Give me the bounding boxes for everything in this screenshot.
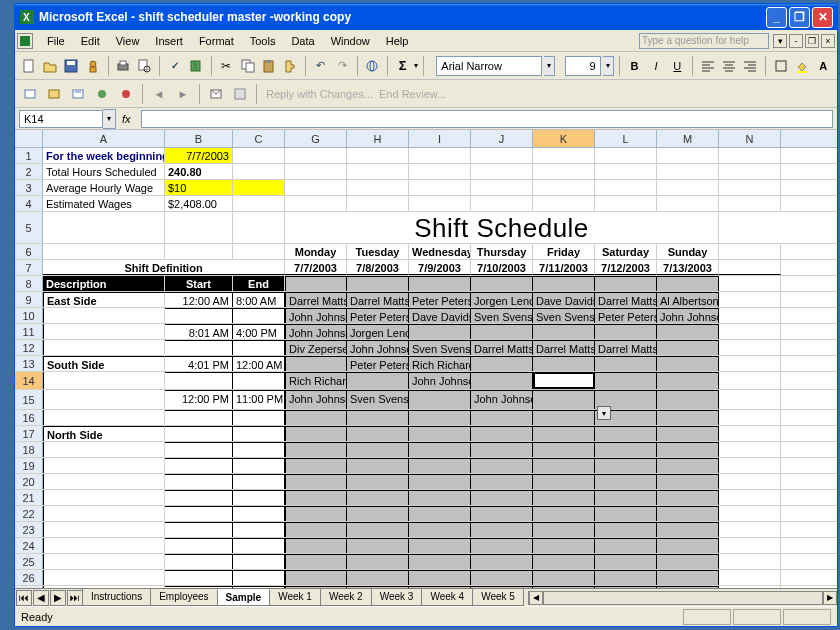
cell[interactable]	[595, 180, 657, 195]
cell[interactable]	[285, 410, 347, 425]
cell[interactable]	[409, 506, 471, 521]
cell[interactable]	[347, 474, 409, 489]
align-center-button[interactable]	[719, 55, 738, 77]
cell[interactable]	[43, 570, 165, 585]
cell[interactable]	[409, 276, 471, 291]
cell[interactable]: John Johnson	[657, 308, 719, 323]
cell[interactable]: John Johnson	[347, 340, 409, 355]
cell[interactable]	[43, 554, 165, 569]
cell[interactable]	[347, 554, 409, 569]
cell[interactable]	[165, 244, 233, 259]
cell[interactable]: Total Hours Scheduled	[43, 164, 165, 179]
cell[interactable]: Al Albertson	[657, 292, 719, 307]
col-header-A[interactable]: A	[43, 130, 165, 147]
cell[interactable]	[409, 196, 471, 211]
col-header-B[interactable]: B	[165, 130, 233, 147]
name-box[interactable]: K14	[19, 110, 103, 128]
cell[interactable]	[595, 522, 657, 537]
cell[interactable]	[533, 426, 595, 441]
cell[interactable]	[285, 426, 347, 441]
cell[interactable]	[657, 148, 719, 163]
col-header-H[interactable]: H	[347, 130, 409, 147]
new-button[interactable]	[19, 55, 38, 77]
cell[interactable]: 4:00 PM	[233, 324, 285, 339]
cell[interactable]	[657, 458, 719, 473]
paste-button[interactable]	[259, 55, 278, 77]
cell[interactable]	[347, 506, 409, 521]
cell[interactable]	[285, 554, 347, 569]
row-header[interactable]: 21	[15, 490, 43, 505]
save-button[interactable]	[62, 55, 81, 77]
row-header[interactable]: 8	[15, 276, 43, 291]
cell[interactable]	[719, 458, 781, 473]
copy-button[interactable]	[238, 55, 257, 77]
cell[interactable]	[233, 538, 285, 553]
cell[interactable]: Dave Davidson	[409, 308, 471, 323]
italic-button[interactable]: I	[646, 55, 665, 77]
row-header[interactable]: 26	[15, 570, 43, 585]
cell[interactable]	[165, 442, 233, 457]
cell[interactable]	[471, 538, 533, 553]
cell[interactable]	[233, 586, 285, 588]
cell[interactable]: Tuesday	[347, 244, 409, 259]
cell[interactable]	[657, 442, 719, 457]
cell[interactable]	[533, 410, 595, 425]
cell[interactable]	[471, 180, 533, 195]
cell[interactable]: Darrel Mattson	[347, 292, 409, 307]
cell[interactable]	[657, 410, 719, 425]
cell[interactable]	[533, 490, 595, 505]
cell[interactable]: South Side	[43, 356, 165, 371]
cell[interactable]	[43, 474, 165, 489]
row-header[interactable]: 27	[15, 586, 43, 588]
cell[interactable]	[595, 276, 657, 291]
cell[interactable]: Sven Svenson	[347, 390, 409, 409]
cell[interactable]	[657, 538, 719, 553]
cell[interactable]: North Side	[43, 426, 165, 441]
cell[interactable]	[595, 164, 657, 179]
cell[interactable]	[595, 196, 657, 211]
row-header[interactable]: 19	[15, 458, 43, 473]
tab-employees[interactable]: Employees	[150, 589, 217, 606]
cell[interactable]	[347, 538, 409, 553]
tab-nav-next[interactable]: ▶	[50, 590, 66, 606]
name-box-dropdown-icon[interactable]: ▾	[103, 109, 116, 129]
cell[interactable]	[471, 276, 533, 291]
cell[interactable]	[471, 570, 533, 585]
cell[interactable]	[471, 522, 533, 537]
cell[interactable]	[347, 458, 409, 473]
cell[interactable]	[165, 490, 233, 505]
cell[interactable]	[285, 180, 347, 195]
review-next-button[interactable]: ►	[172, 83, 194, 105]
cell[interactable]: 12:00 AM	[233, 356, 285, 371]
cell[interactable]	[719, 292, 781, 307]
cell[interactable]	[165, 554, 233, 569]
cell[interactable]	[409, 410, 471, 425]
cell[interactable]	[595, 324, 657, 339]
cell[interactable]	[719, 538, 781, 553]
menu-insert[interactable]: Insert	[147, 33, 191, 49]
cell[interactable]	[43, 410, 165, 425]
tab-instructions[interactable]: Instructions	[82, 589, 151, 606]
row-header[interactable]: 23	[15, 522, 43, 537]
scroll-track[interactable]	[543, 591, 823, 605]
align-left-button[interactable]	[698, 55, 717, 77]
cell[interactable]	[165, 426, 233, 441]
cell[interactable]	[285, 474, 347, 489]
cell[interactable]	[471, 586, 533, 588]
review-attach-button[interactable]	[205, 83, 227, 105]
cell[interactable]	[471, 442, 533, 457]
tab-nav-first[interactable]: ⏮	[16, 590, 32, 606]
cell[interactable]	[43, 586, 165, 588]
cell[interactable]	[409, 426, 471, 441]
cell[interactable]: 8:01 AM	[165, 324, 233, 339]
cell[interactable]	[719, 570, 781, 585]
cell[interactable]	[165, 410, 233, 425]
cell[interactable]	[719, 308, 781, 323]
doc-minimize-button[interactable]: -	[789, 34, 803, 48]
cell[interactable]: 8:00 AM	[233, 292, 285, 307]
cell[interactable]	[595, 586, 657, 588]
row-header[interactable]: 20	[15, 474, 43, 489]
cell[interactable]	[595, 474, 657, 489]
cell[interactable]	[471, 506, 533, 521]
cell[interactable]	[533, 586, 595, 588]
